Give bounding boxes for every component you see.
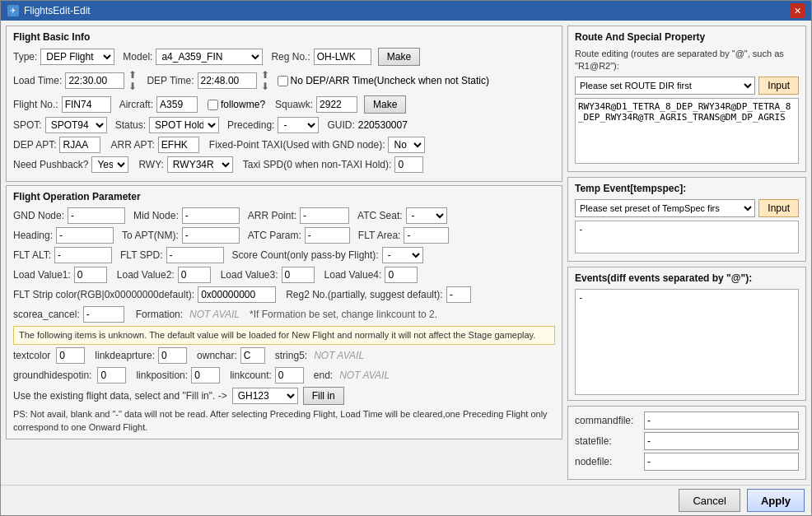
- load-time-label: Load Time:: [13, 75, 62, 86]
- flt-strip-input[interactable]: [198, 286, 276, 303]
- fill-in-button[interactable]: Fill in: [303, 387, 344, 405]
- dep-time-input[interactable]: [198, 72, 257, 89]
- dep-time-label: DEP Time:: [147, 75, 194, 86]
- spot-label: SPOT:: [13, 119, 42, 131]
- route-title: Route And Special Property: [575, 31, 799, 43]
- squawk-input[interactable]: [316, 96, 357, 113]
- flt-spd-label: FLT SPD:: [120, 249, 163, 261]
- reg2-no-input[interactable]: [446, 286, 471, 303]
- squawk-label: Squawk:: [275, 99, 313, 110]
- taxi-spd-input[interactable]: [394, 156, 423, 173]
- fixed-point-label: Fixed-Point TAXI(Used with GND node):: [209, 139, 385, 151]
- mid-node-input[interactable]: [182, 207, 240, 224]
- formation-note: *If Formation be set, change linkcount t…: [250, 309, 437, 320]
- no-dep-arr-label[interactable]: No DEP/ARR Time(Uncheck when not Static): [278, 75, 489, 86]
- temp-event-select[interactable]: Please set preset of TempSpec firs: [575, 199, 755, 217]
- load-value1-label: Load Value1:: [13, 269, 71, 281]
- route-textarea[interactable]: RWY34R@D1_TETRA_8_DEP_RWY34R@DP_TETRA_8_…: [575, 98, 799, 164]
- linkcount-input[interactable]: [275, 367, 304, 384]
- load-time-input[interactable]: [65, 72, 124, 89]
- linkdeaprture-label: linkdeaprture:: [95, 350, 155, 361]
- make-squawk-button[interactable]: Make: [364, 95, 406, 114]
- right-panel: Route And Special Property Route editing…: [567, 26, 806, 480]
- reg-no-input[interactable]: [314, 49, 371, 65]
- events-textarea[interactable]: -: [575, 289, 799, 395]
- ownchar-input[interactable]: [240, 347, 265, 364]
- arr-apt-input[interactable]: [158, 137, 199, 153]
- close-button[interactable]: ✕: [790, 3, 805, 18]
- flt-area-input[interactable]: [404, 227, 449, 244]
- operation-section: Flight Operation Parameter GND Node: Mid…: [6, 185, 562, 439]
- aircraft-input[interactable]: [156, 96, 198, 113]
- linkdeaprture-input[interactable]: [158, 347, 187, 364]
- linkcount-label: linkcount:: [230, 370, 272, 381]
- route-dir-select[interactable]: Please set ROUTE DIR first: [575, 77, 755, 95]
- need-pushback-label: Need Pushback?: [13, 159, 88, 170]
- heading-label: Heading:: [13, 230, 53, 241]
- scorea-cancel-label: scorea_cancel:: [13, 309, 80, 320]
- statefile-input[interactable]: [644, 432, 799, 450]
- heading-input[interactable]: [56, 227, 114, 244]
- load-value4-label: Load Value4:: [324, 269, 382, 281]
- commandfile-input[interactable]: [644, 411, 799, 430]
- dep-apt-label: DEP APT:: [13, 139, 56, 151]
- score-count-select[interactable]: -: [382, 247, 423, 263]
- no-dep-arr-text: No DEP/ARR Time(Uncheck when not Static): [291, 75, 489, 86]
- followme-label[interactable]: followme?: [208, 99, 265, 110]
- scorea-cancel-input[interactable]: [83, 306, 124, 323]
- ps-text: PS: Not avail, blank and "-" data will n…: [13, 409, 548, 431]
- spot-select[interactable]: SPOT94: [45, 117, 107, 133]
- temp-event-textarea[interactable]: -: [575, 221, 799, 253]
- followme-checkbox[interactable]: [208, 100, 218, 110]
- load-value2-input[interactable]: [178, 267, 211, 283]
- temp-event-title: Temp Event[tempspec]:: [575, 183, 799, 194]
- flight-no-input[interactable]: [62, 96, 111, 113]
- statefile-label: statefile:: [575, 435, 641, 447]
- fixed-point-select[interactable]: No: [388, 137, 425, 153]
- load-value4-input[interactable]: [385, 267, 418, 283]
- atc-param-input[interactable]: [305, 227, 350, 244]
- end-value: NOT AVAIL: [339, 370, 390, 381]
- load-value1-input[interactable]: [74, 267, 107, 283]
- load-value3-input[interactable]: [282, 267, 315, 283]
- extra-section: commandfile: statefile: nodefile:: [567, 406, 806, 480]
- linkposition-input[interactable]: [191, 367, 220, 384]
- model-select[interactable]: a4_A359_FIN: [156, 49, 263, 65]
- mid-node-label: Mid Node:: [133, 210, 179, 221]
- arr-apt-label: ARR APT:: [110, 139, 154, 151]
- cancel-button[interactable]: Cancel: [679, 489, 740, 512]
- atc-seat-select[interactable]: -: [406, 207, 447, 224]
- rwy-select[interactable]: RWY34R: [167, 156, 233, 173]
- commandfile-label: commandfile:: [575, 415, 641, 426]
- textcolor-input[interactable]: [56, 347, 85, 364]
- preceding-select[interactable]: -: [278, 117, 319, 133]
- titlebar-left: ✈ FlightsEdit-Edit: [7, 5, 91, 16]
- flt-alt-input[interactable]: [54, 247, 112, 263]
- textcolor-label: textcolor: [13, 350, 50, 361]
- type-select[interactable]: DEP Flight: [40, 49, 114, 65]
- linkposition-label: linkposition:: [136, 370, 188, 381]
- to-apt-input[interactable]: [182, 227, 240, 244]
- dep-apt-input[interactable]: [59, 137, 100, 153]
- formation-value: NOT AVAIL: [189, 309, 240, 320]
- gnd-node-label: GND Node:: [13, 210, 64, 221]
- main-window: ✈ FlightsEdit-Edit ✕ Flight Basic Info T…: [0, 0, 812, 516]
- no-dep-arr-checkbox[interactable]: [278, 76, 288, 86]
- flt-spd-input[interactable]: [166, 247, 224, 263]
- apply-button[interactable]: Apply: [747, 489, 805, 512]
- gnd-node-input[interactable]: [68, 207, 125, 224]
- formation-label: Formation:: [136, 309, 183, 320]
- nodefile-label: nodefile:: [575, 456, 641, 467]
- route-dir-input-button[interactable]: Input: [758, 77, 799, 95]
- make-button[interactable]: Make: [378, 48, 420, 66]
- status-select[interactable]: SPOT Hold: [149, 117, 219, 133]
- nodefile-input[interactable]: [644, 453, 799, 471]
- groundhides-input[interactable]: [97, 367, 126, 384]
- fill-in-text: Use the existing flight data, select and…: [13, 390, 227, 402]
- left-panel: Flight Basic Info Type: DEP Flight Model…: [6, 26, 562, 480]
- temp-event-input-button[interactable]: Input: [758, 199, 799, 217]
- fill-in-select[interactable]: GH123: [232, 388, 298, 404]
- need-pushback-select[interactable]: Yes: [91, 156, 128, 173]
- titlebar: ✈ FlightsEdit-Edit ✕: [1, 1, 811, 21]
- arr-point-input[interactable]: [300, 207, 349, 224]
